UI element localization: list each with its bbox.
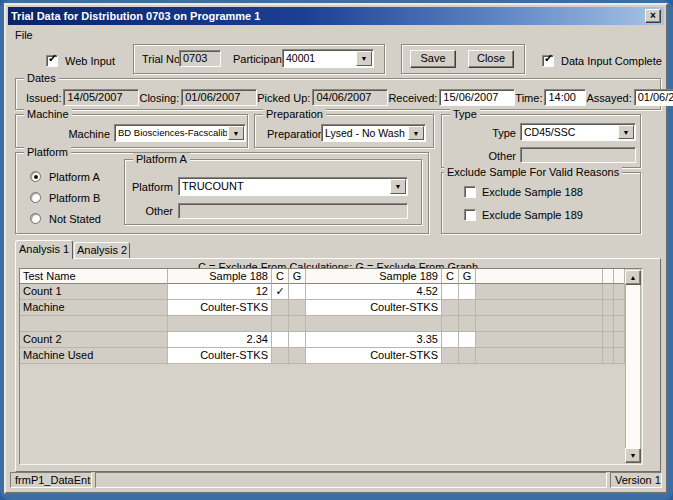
participant-dropdown-button[interactable]: ▼: [356, 51, 372, 66]
picked-up-field: 04/06/2007: [312, 89, 388, 106]
assayed-field[interactable]: 01/06/2007: [634, 89, 673, 106]
grid-cell: [272, 348, 289, 364]
grid-header-empty: [476, 269, 603, 284]
platform-a-dropdown-button[interactable]: ▼: [390, 179, 406, 194]
type-combobox[interactable]: CD45/SSC ▼: [520, 123, 636, 141]
grid-cell[interactable]: 3.35: [306, 332, 442, 348]
grid-cell: [603, 316, 614, 332]
grid-cell: [20, 316, 168, 332]
machine-group: Machine Machine BD Biosciences-Facscalib…: [15, 114, 248, 148]
grid-cell[interactable]: 2.34: [168, 332, 272, 348]
machine-dropdown-button[interactable]: ▼: [228, 126, 244, 140]
tab-analysis-2[interactable]: Analysis 2: [74, 242, 130, 258]
platform-a-group: Platform A Platform TRUCOUNT ▼ Other: [124, 159, 422, 225]
platform-a-value: TRUCOUNT: [179, 178, 389, 195]
close-button[interactable]: ×: [645, 9, 661, 23]
status-version: Version 1.0: [610, 472, 662, 488]
grid-scrollbar[interactable]: ▲ ▼: [625, 270, 641, 463]
received-field[interactable]: 15/06/2007: [439, 89, 515, 106]
grid-cell: [272, 316, 289, 332]
web-input-checkbox[interactable]: ✓: [46, 55, 58, 67]
platform-a-combobox[interactable]: TRUCOUNT ▼: [178, 177, 408, 196]
machine-combobox[interactable]: BD Biosciences-Facscalibur ▼: [114, 124, 246, 142]
platform-a-group-title: Platform A: [133, 153, 190, 166]
closing-label: Closing:: [139, 92, 179, 104]
grid-cell[interactable]: Coulter-STKS: [306, 300, 442, 316]
type-dropdown-button[interactable]: ▼: [618, 125, 634, 139]
type-group-title: Type: [450, 108, 480, 121]
preparation-combobox[interactable]: Lysed - No Wash ▼: [321, 124, 426, 142]
grid-cell: [476, 348, 603, 364]
grid-cell: Count 1: [20, 284, 168, 300]
received-time-field[interactable]: 14:00: [544, 89, 586, 106]
preparation-dropdown-button[interactable]: ▼: [408, 126, 424, 140]
grid-cell-exclude-graph[interactable]: [459, 284, 476, 300]
chevron-down-icon: ▼: [233, 130, 240, 137]
tab-analysis-1[interactable]: Analysis 1: [15, 240, 73, 259]
participant-combobox[interactable]: 40001 ▼: [282, 49, 374, 68]
grid-header-empty: [614, 269, 625, 284]
grid-cell: [442, 316, 459, 332]
close-form-button[interactable]: Close: [468, 50, 514, 68]
participant-value: 40001: [283, 50, 355, 67]
grid-cell: [614, 300, 625, 316]
radio-platform-a[interactable]: [30, 171, 41, 182]
radio-platform-b-label: Platform B: [49, 192, 100, 205]
grid-cell[interactable]: Coulter-STKS: [168, 300, 272, 316]
grid-cell: [442, 348, 459, 364]
grid-header-empty: [603, 269, 614, 284]
scroll-up-button[interactable]: ▲: [625, 270, 641, 285]
grid-cell[interactable]: Coulter-STKS: [306, 348, 442, 364]
trial-participant-group: Trial No: 0703 Participant 40001 ▼: [133, 44, 385, 74]
title-bar: Trial Data for Distribution 0703 on Prog…: [8, 7, 664, 25]
grid-cell[interactable]: 12: [168, 284, 272, 300]
grid-cell: [459, 300, 476, 316]
data-input-complete-label: Data Input Complete: [561, 55, 662, 68]
grid-cell: [168, 316, 272, 332]
preparation-value: Lysed - No Wash: [322, 125, 407, 141]
grid-cell-exclude-graph[interactable]: [289, 332, 306, 348]
grid-cell: [459, 316, 476, 332]
grid-cell-exclude-calc[interactable]: [442, 332, 459, 348]
scrollbar-track[interactable]: [625, 285, 641, 448]
type-other-label: Other: [472, 150, 516, 163]
data-input-complete-checkbox[interactable]: ✓: [542, 55, 554, 67]
radio-platform-b[interactable]: [30, 192, 41, 203]
menu-file[interactable]: File: [8, 27, 40, 43]
received-time-label: Time:: [515, 92, 542, 104]
grid-cell[interactable]: 4.52: [306, 284, 442, 300]
grid-header-row: Test Name Sample 188 C G Sample 189 C G: [20, 269, 642, 284]
dialog-window: Trial Data for Distribution 0703 on Prog…: [4, 3, 668, 494]
grid-cell: [289, 300, 306, 316]
grid-cell-exclude-graph[interactable]: [459, 332, 476, 348]
exclude-group: Exclude Sample For Valid Reasons Exclude…: [441, 172, 641, 234]
grid-cell-exclude-calc[interactable]: [272, 332, 289, 348]
dates-group: Dates Issued:14/05/2007 Closing:01/06/20…: [15, 78, 661, 110]
grid-cell-exclude-graph[interactable]: [289, 284, 306, 300]
chevron-down-icon: ▼: [361, 55, 368, 62]
grid-cell[interactable]: Coulter-STKS: [168, 348, 272, 364]
radio-not-stated[interactable]: [30, 213, 41, 224]
picked-up-label: Picked Up:: [257, 92, 310, 104]
menu-bar: File: [8, 25, 664, 42]
platform-group-title: Platform: [24, 146, 71, 159]
preparation-label: Preparation: [267, 128, 324, 141]
save-close-group: Save Close: [401, 44, 525, 74]
scroll-down-button[interactable]: ▼: [625, 448, 641, 463]
exclude-sample-189-checkbox[interactable]: [464, 209, 476, 221]
save-button[interactable]: Save: [410, 50, 456, 68]
grid-cell-exclude-calc[interactable]: ✓: [272, 284, 289, 300]
grid-cell: [476, 332, 603, 348]
grid-header-sample-189: Sample 189: [306, 269, 442, 284]
grid-cell: [459, 348, 476, 364]
exclude-sample-188-checkbox[interactable]: [464, 186, 476, 198]
platform-a-other-field: [178, 203, 408, 219]
status-bar: frmP1_DataEntry Version 1.0: [8, 470, 664, 490]
grid-header-sample-188: Sample 188: [168, 269, 272, 284]
issued-field: 14/05/2007: [63, 89, 139, 106]
grid-cell: [614, 316, 625, 332]
grid-cell: [289, 348, 306, 364]
grid-cell: [476, 284, 603, 300]
received-label: Received:: [388, 92, 437, 104]
grid-cell-exclude-calc[interactable]: [442, 284, 459, 300]
